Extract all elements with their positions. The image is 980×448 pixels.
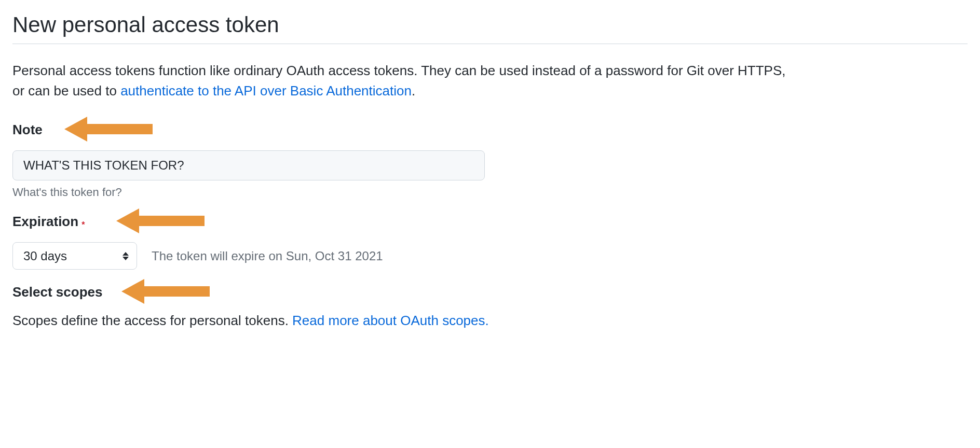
note-input[interactable] xyxy=(12,150,485,180)
svg-marker-2 xyxy=(121,279,210,304)
expiration-select-wrapper: 30 days xyxy=(12,242,137,270)
note-field-group: Note What's this token for? xyxy=(12,122,968,199)
note-label: Note xyxy=(12,122,43,138)
token-description: Personal access tokens function like ord… xyxy=(12,61,791,101)
arrow-annotation-icon xyxy=(64,115,158,144)
arrow-annotation-icon xyxy=(121,277,215,306)
arrow-annotation-icon xyxy=(116,206,210,235)
expiration-info-text: The token will expire on Sun, Oct 31 202… xyxy=(152,249,383,263)
description-text-suffix: . xyxy=(412,83,415,99)
note-help-text: What's this token for? xyxy=(12,186,968,199)
page-title: New personal access token xyxy=(12,12,968,44)
svg-marker-0 xyxy=(64,117,153,142)
scopes-description: Scopes define the access for personal to… xyxy=(12,313,968,329)
required-asterisk: * xyxy=(81,220,85,230)
expiration-field-group: Expiration * 30 days The token will expi… xyxy=(12,214,968,270)
oauth-scopes-link[interactable]: Read more about OAuth scopes. xyxy=(292,313,489,328)
scopes-description-text: Scopes define the access for personal to… xyxy=(12,313,292,328)
authenticate-api-link[interactable]: authenticate to the API over Basic Authe… xyxy=(120,83,412,99)
expiration-label: Expiration xyxy=(12,214,78,230)
expiration-select[interactable]: 30 days xyxy=(12,242,137,270)
scopes-field-group: Select scopes Scopes define the access f… xyxy=(12,284,968,329)
scopes-label: Select scopes xyxy=(12,284,102,300)
svg-marker-1 xyxy=(116,208,205,233)
